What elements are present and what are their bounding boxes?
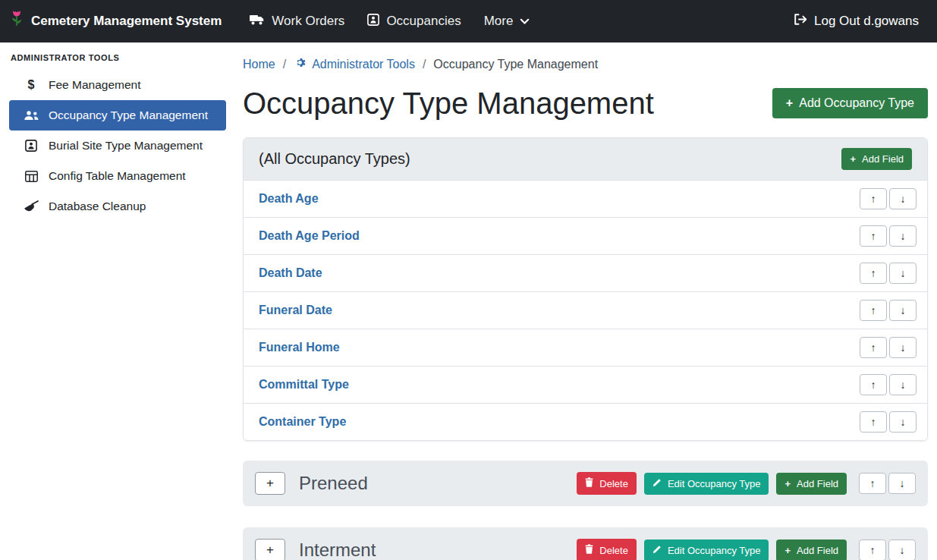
breadcrumb-current: Occupancy Type Management — [433, 58, 598, 71]
add-field-label: Add Field — [797, 545, 838, 556]
users-icon — [23, 110, 39, 121]
sidebar-item-fee-management[interactable]: $ Fee Management — [9, 70, 226, 100]
dollar-icon: $ — [23, 78, 39, 92]
field-row: Committal Type ↑ ↓ — [244, 366, 927, 403]
reorder-controls: ↑ ↓ — [860, 300, 917, 321]
breadcrumb-home-link[interactable]: Home — [243, 58, 275, 71]
reorder-controls: ↑ ↓ — [859, 473, 916, 494]
sidebar-item-occupancy-type-management[interactable]: Occupancy Type Management — [9, 100, 226, 131]
arrow-down-icon: ↓ — [901, 304, 906, 316]
move-up-button[interactable]: ↑ — [860, 374, 887, 395]
move-up-button[interactable]: ↑ — [860, 337, 887, 358]
field-row: Death Age Period ↑ ↓ — [244, 217, 927, 254]
arrow-down-icon: ↓ — [900, 544, 905, 556]
all-occupancy-types-card: (All Occupancy Types) + Add Field Death … — [243, 137, 928, 441]
plus-icon: + — [266, 476, 274, 491]
sidebar-item-label: Database Cleanup — [49, 200, 146, 213]
person-frame-icon — [23, 140, 39, 152]
sidebar-item-burial-site-type-management[interactable]: Burial Site Type Management — [9, 131, 226, 161]
delete-label: Delete — [599, 545, 628, 556]
move-up-button[interactable]: ↑ — [860, 225, 887, 247]
field-row: Death Date ↑ ↓ — [244, 254, 927, 291]
reorder-controls: ↑ ↓ — [860, 374, 917, 395]
move-down-button[interactable]: ↓ — [889, 337, 917, 358]
delete-label: Delete — [599, 478, 628, 489]
edit-label: Edit Occupancy Type — [668, 545, 761, 556]
add-field-label: Add Field — [797, 478, 838, 489]
field-link[interactable]: Death Date — [254, 266, 322, 280]
plus-icon: + — [786, 96, 793, 110]
move-down-button[interactable]: ↓ — [889, 188, 917, 209]
table-icon — [23, 171, 39, 182]
section-actions: Delete Edit Occupancy Type + Add Field ↑ — [577, 472, 916, 495]
arrow-up-icon: ↑ — [871, 193, 876, 205]
delete-button[interactable]: Delete — [577, 539, 637, 560]
move-down-button[interactable]: ↓ — [889, 263, 917, 284]
nav-work-orders-label: Work Orders — [272, 14, 344, 29]
page-title: Occupancy Type Management — [243, 84, 654, 122]
field-link[interactable]: Funeral Home — [254, 341, 340, 354]
move-down-button[interactable]: ↓ — [889, 374, 917, 395]
add-occupancy-type-button[interactable]: + Add Occupancy Type — [772, 88, 928, 118]
title-row: Occupancy Type Management + Add Occupanc… — [243, 84, 928, 122]
field-row: Death Age ↑ ↓ — [244, 180, 927, 217]
breadcrumb-admin-tools-link[interactable]: Administrator Tools — [294, 56, 415, 72]
move-down-button[interactable]: ↓ — [889, 411, 917, 433]
field-link[interactable]: Container Type — [254, 415, 346, 429]
nav-occupancies[interactable]: Occupancies — [356, 8, 472, 36]
field-link[interactable]: Death Age Period — [254, 229, 360, 243]
expand-section-button[interactable]: + — [255, 539, 285, 560]
trash-icon — [585, 544, 593, 556]
field-link[interactable]: Funeral Date — [254, 304, 332, 317]
chevron-down-icon — [520, 14, 530, 29]
add-field-label: Add Field — [862, 153, 904, 165]
edit-occupancy-type-button[interactable]: Edit Occupancy Type — [644, 473, 769, 495]
logout-label: Log Out d.gowans — [814, 14, 919, 29]
top-navbar: Cemetery Management System Work Orders — [0, 0, 937, 42]
logout-link[interactable]: Log Out d.gowans — [793, 13, 919, 30]
sidebar-item-label: Burial Site Type Management — [49, 139, 203, 153]
reorder-controls: ↑ ↓ — [860, 188, 917, 209]
delete-button[interactable]: Delete — [577, 472, 637, 495]
section-title: Interment — [299, 540, 376, 560]
move-up-button[interactable]: ↑ — [860, 411, 887, 433]
trash-icon — [585, 477, 593, 489]
add-field-button[interactable]: + Add Field — [776, 473, 847, 495]
nav-more[interactable]: More — [473, 8, 542, 35]
breadcrumb: Home / Administrator Tools / Occupancy T… — [243, 56, 928, 72]
reorder-controls: ↑ ↓ — [860, 337, 917, 358]
arrow-up-icon: ↑ — [871, 341, 876, 354]
edit-label: Edit Occupancy Type — [668, 478, 761, 489]
move-down-button[interactable]: ↓ — [888, 473, 916, 494]
add-field-button[interactable]: + Add Field — [841, 148, 912, 170]
app-brand[interactable]: Cemetery Management System — [9, 9, 222, 33]
nav-work-orders[interactable]: Work Orders — [238, 8, 356, 36]
expand-section-button[interactable]: + — [255, 472, 285, 495]
arrow-up-icon: ↑ — [871, 267, 876, 279]
arrow-up-icon: ↑ — [871, 230, 876, 242]
plus-icon: + — [266, 543, 274, 558]
move-up-button[interactable]: ↑ — [860, 263, 887, 284]
add-occupancy-type-label: Add Occupancy Type — [799, 96, 914, 110]
arrow-up-icon: ↑ — [870, 544, 876, 556]
truck-icon — [250, 14, 265, 30]
edit-occupancy-type-button[interactable]: Edit Occupancy Type — [644, 540, 769, 560]
field-link[interactable]: Committal Type — [254, 378, 349, 392]
move-down-button[interactable]: ↓ — [889, 225, 917, 247]
sidebar: Administrator Tools $ Fee Management Occ… — [0, 42, 235, 560]
move-up-button[interactable]: ↑ — [859, 473, 886, 494]
add-field-button[interactable]: + Add Field — [776, 540, 847, 560]
move-down-button[interactable]: ↓ — [889, 300, 917, 321]
field-link[interactable]: Death Age — [254, 192, 319, 206]
sidebar-item-config-table-management[interactable]: Config Table Management — [9, 161, 226, 191]
move-up-button[interactable]: ↑ — [860, 300, 887, 321]
breadcrumb-home-label: Home — [243, 58, 275, 71]
move-down-button[interactable]: ↓ — [888, 540, 916, 560]
occupancy-type-section-interment: + Interment Delete — [243, 527, 928, 560]
arrow-up-icon: ↑ — [871, 379, 876, 391]
sidebar-item-database-cleanup[interactable]: Database Cleanup — [9, 191, 226, 222]
arrow-up-icon: ↑ — [871, 416, 876, 428]
move-up-button[interactable]: ↑ — [859, 540, 886, 560]
move-up-button[interactable]: ↑ — [860, 188, 887, 209]
arrow-down-icon: ↓ — [901, 230, 906, 242]
